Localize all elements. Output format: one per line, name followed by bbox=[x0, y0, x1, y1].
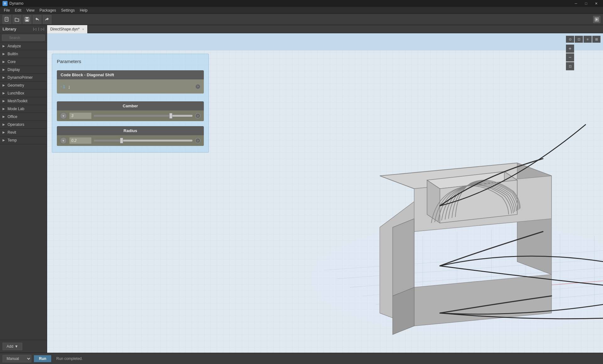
maximize-button[interactable]: □ bbox=[582, 0, 590, 7]
parameters-title: Parameters bbox=[57, 59, 204, 64]
camber-header: Camber bbox=[57, 101, 204, 110]
viewport-camera-btn1[interactable]: ⊙ bbox=[566, 36, 574, 43]
expand-arrow-icon: ▶ bbox=[3, 131, 6, 134]
sidebar-item-lunchbox[interactable]: ▶LunchBox bbox=[0, 89, 47, 97]
run-mode-select[interactable]: Manual Automatic bbox=[3, 355, 31, 362]
search-wrapper: 🔍 bbox=[2, 35, 45, 41]
viewport-menu-btn[interactable]: ≡ bbox=[584, 36, 592, 43]
library-item-label: LunchBox bbox=[8, 91, 24, 95]
camber-slider-fill bbox=[94, 115, 171, 117]
canvas-container: DirectShape.dyn* × Parameters Code Block… bbox=[47, 25, 603, 353]
expand-arrow-icon: ▶ bbox=[3, 68, 6, 72]
library-item-label: Operators bbox=[8, 122, 24, 127]
sidebar: Library |◁ | ▷| 🔍 ▶Analyze▶BuiltIn▶Core▶… bbox=[0, 25, 47, 353]
menu-item-packages[interactable]: Packages bbox=[37, 8, 59, 13]
code-block-body: -1 ; > bbox=[57, 79, 204, 94]
code-block-output-port[interactable]: > bbox=[195, 84, 201, 89]
sidebar-item-geometry[interactable]: ▶Geometry bbox=[0, 82, 47, 89]
search-input[interactable] bbox=[2, 35, 45, 41]
tab-bar: DirectShape.dyn* × bbox=[47, 25, 603, 33]
save-button[interactable] bbox=[23, 15, 31, 24]
menu-item-file[interactable]: File bbox=[1, 8, 12, 13]
sidebar-item-office[interactable]: ▶Office bbox=[0, 113, 47, 121]
radius-dropdown[interactable]: ▾ bbox=[60, 137, 67, 144]
parameters-group: Parameters Code Block - Diagonal Shift -… bbox=[52, 54, 209, 153]
radius-output-port[interactable]: > bbox=[195, 138, 201, 143]
radius-slider-node: Radius ▾ > bbox=[57, 126, 204, 146]
sidebar-item-operators[interactable]: ▶Operators bbox=[0, 121, 47, 129]
expand-arrow-icon: ▶ bbox=[3, 44, 6, 48]
sidebar-item-dynamoprimer[interactable]: ▶DynamoPrimer bbox=[0, 74, 47, 82]
viewport-3d: ⊙ ⊡ ≡ ⊞ + − ⊡ bbox=[217, 33, 603, 353]
camber-slider-track[interactable] bbox=[94, 115, 193, 117]
collapse-btn[interactable]: |◁ bbox=[33, 27, 36, 31]
zoom-fit-btn[interactable]: ⊡ bbox=[566, 62, 574, 70]
new-button[interactable] bbox=[3, 15, 11, 24]
app-title: Dynamo bbox=[9, 1, 572, 6]
sidebar-item-temp[interactable]: ▶Temp bbox=[0, 136, 47, 144]
menu-item-view[interactable]: View bbox=[24, 8, 37, 13]
toolbar bbox=[0, 14, 603, 25]
expand-btn[interactable]: | bbox=[38, 27, 39, 31]
statusbar: Manual Automatic Run Run completed. bbox=[0, 353, 603, 364]
active-tab[interactable]: DirectShape.dyn* × bbox=[47, 25, 88, 33]
main-area: Library |◁ | ▷| 🔍 ▶Analyze▶BuiltIn▶Core▶… bbox=[0, 25, 603, 353]
sidebar-item-revit[interactable]: ▶Revit bbox=[0, 129, 47, 136]
library-item-label: Mode Lab bbox=[8, 107, 24, 111]
undo-button[interactable] bbox=[33, 15, 41, 24]
canvas-viewport[interactable]: Parameters Code Block - Diagonal Shift -… bbox=[47, 33, 603, 353]
radius-slider-thumb[interactable] bbox=[120, 138, 123, 143]
add-button-container: Add ▼ bbox=[0, 340, 47, 353]
library-item-label: Office bbox=[8, 115, 17, 119]
tab-filename: DirectShape.dyn* bbox=[50, 27, 79, 31]
code-block-node[interactable]: Code Block - Diagonal Shift -1 ; > bbox=[57, 70, 204, 94]
sidebar-header: Library |◁ | ▷| bbox=[0, 25, 47, 33]
camber-output-port[interactable]: > bbox=[195, 113, 201, 119]
sidebar-collapse-controls[interactable]: |◁ | ▷| bbox=[33, 27, 44, 31]
zoom-in-btn[interactable]: + bbox=[566, 45, 574, 53]
library-item-label: BuiltIn bbox=[8, 52, 18, 56]
radius-slider-track[interactable] bbox=[94, 140, 193, 142]
sidebar-item-builtin[interactable]: ▶BuiltIn bbox=[0, 50, 47, 58]
camber-dropdown[interactable]: ▾ bbox=[60, 112, 67, 119]
menu-item-help[interactable]: Help bbox=[77, 8, 90, 13]
radius-header: Radius bbox=[57, 126, 204, 135]
close-button[interactable]: ✕ bbox=[592, 0, 600, 7]
code-block-value: -1 ; bbox=[60, 84, 71, 89]
sidebar-item-analyze[interactable]: ▶Analyze bbox=[0, 42, 47, 50]
sidebar-item-meshtoolkit[interactable]: ▶MeshToolkit bbox=[0, 97, 47, 105]
window-controls: ─ □ ✕ bbox=[572, 0, 600, 7]
radius-body: ▾ > bbox=[57, 135, 204, 146]
library-item-label: Core bbox=[8, 60, 16, 64]
run-indicator bbox=[593, 16, 600, 23]
sidebar-item-mode-lab[interactable]: ▶Mode Lab bbox=[0, 105, 47, 113]
zoom-out-btn[interactable]: − bbox=[566, 53, 574, 62]
minimize-button[interactable]: ─ bbox=[572, 0, 580, 7]
radius-slider-fill bbox=[94, 140, 122, 142]
library-label: Library bbox=[3, 27, 16, 31]
library-item-label: MeshToolkit bbox=[8, 99, 27, 103]
close-tab-button[interactable]: × bbox=[82, 27, 84, 31]
svg-rect-5 bbox=[26, 19, 28, 21]
viewport-camera-btn2[interactable]: ⊡ bbox=[575, 36, 583, 43]
code-block-header: Code Block - Diagonal Shift bbox=[57, 70, 204, 79]
radius-value-input[interactable] bbox=[69, 137, 91, 144]
camber-body: ▾ > bbox=[57, 110, 204, 121]
viewport-grid-btn[interactable]: ⊞ bbox=[592, 36, 600, 43]
expand-arrow-icon: ▶ bbox=[3, 83, 6, 87]
pin-btn[interactable]: ▷| bbox=[41, 27, 44, 31]
library-items-list: ▶Analyze▶BuiltIn▶Core▶Display▶DynamoPrim… bbox=[0, 42, 47, 340]
expand-arrow-icon: ▶ bbox=[3, 76, 6, 79]
viewport-controls: ⊙ ⊡ ≡ ⊞ + − ⊡ bbox=[566, 36, 600, 70]
menu-item-settings[interactable]: Settings bbox=[59, 8, 77, 13]
expand-arrow-icon: ▶ bbox=[3, 138, 6, 142]
open-button[interactable] bbox=[13, 15, 21, 24]
sidebar-item-display[interactable]: ▶Display bbox=[0, 66, 47, 74]
run-button[interactable]: Run bbox=[34, 355, 51, 362]
add-button[interactable]: Add ▼ bbox=[3, 343, 22, 350]
redo-button[interactable] bbox=[43, 15, 52, 24]
sidebar-item-core[interactable]: ▶Core bbox=[0, 58, 47, 66]
menu-item-edit[interactable]: Edit bbox=[12, 8, 24, 13]
camber-value-input[interactable] bbox=[69, 113, 91, 119]
camber-slider-thumb[interactable] bbox=[169, 113, 172, 119]
